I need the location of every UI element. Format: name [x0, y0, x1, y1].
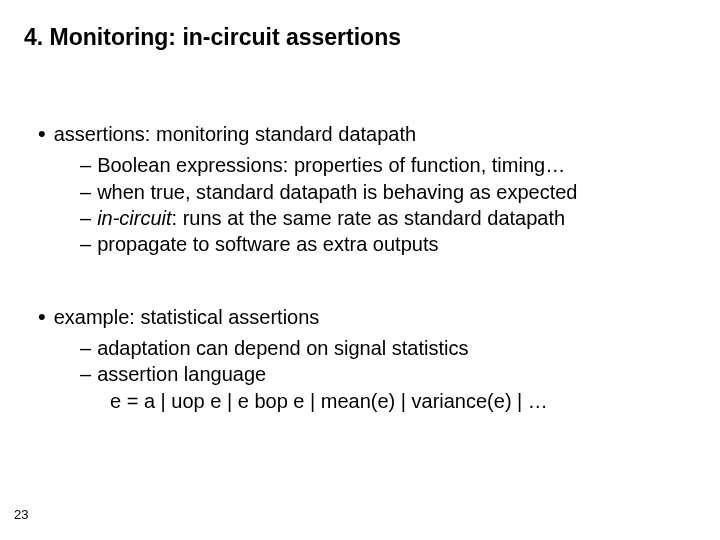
bullet-text: adaptation can depend on signal statisti… — [97, 337, 468, 359]
bullet-text-italic: in-circuit — [97, 207, 171, 229]
bullet-text: propagate to software as extra outputs — [97, 233, 438, 255]
bullet-level-2: –when true, standard datapath is behavin… — [80, 179, 700, 205]
slide-title: 4. Monitoring: in-circuit assertions — [24, 24, 700, 51]
bullet-text: Boolean expressions: properties of funct… — [97, 154, 565, 176]
bullet-text: assertion language — [97, 363, 266, 385]
bullet-level-3: e = a | uop e | e bop e | mean(e) | vari… — [110, 388, 700, 414]
bullet-level-2: –assertion language — [80, 361, 700, 387]
bullet-text: : runs at the same rate as standard data… — [172, 207, 566, 229]
dash-marker: – — [80, 205, 91, 231]
bullet-level-2: –propagate to software as extra outputs — [80, 231, 700, 257]
dash-marker: – — [80, 152, 91, 178]
dash-marker: – — [80, 361, 91, 387]
bullet-marker: • — [38, 119, 46, 148]
bullet-level-1: •assertions: monitoring standard datapat… — [38, 121, 700, 150]
dash-marker: – — [80, 179, 91, 205]
bullet-level-2: –in-circuit: runs at the same rate as st… — [80, 205, 700, 231]
bullet-level-1: •example: statistical assertions — [38, 304, 700, 333]
bullet-text: assertions: monitoring standard datapath — [54, 123, 416, 145]
dash-marker: – — [80, 335, 91, 361]
page-number: 23 — [14, 507, 28, 522]
bullet-level-2: –Boolean expressions: properties of func… — [80, 152, 700, 178]
bullet-level-2: –adaptation can depend on signal statist… — [80, 335, 700, 361]
bullet-text: example: statistical assertions — [54, 306, 320, 328]
bullet-text: e = a | uop e | e bop e | mean(e) | vari… — [110, 390, 548, 412]
slide: 4. Monitoring: in-circuit assertions •as… — [0, 0, 720, 540]
bullet-block: •example: statistical assertions –adapta… — [20, 304, 700, 414]
slide-content: •assertions: monitoring standard datapat… — [20, 121, 700, 414]
dash-marker: – — [80, 231, 91, 257]
bullet-block: •assertions: monitoring standard datapat… — [20, 121, 700, 258]
bullet-marker: • — [38, 302, 46, 331]
bullet-text: when true, standard datapath is behaving… — [97, 181, 577, 203]
